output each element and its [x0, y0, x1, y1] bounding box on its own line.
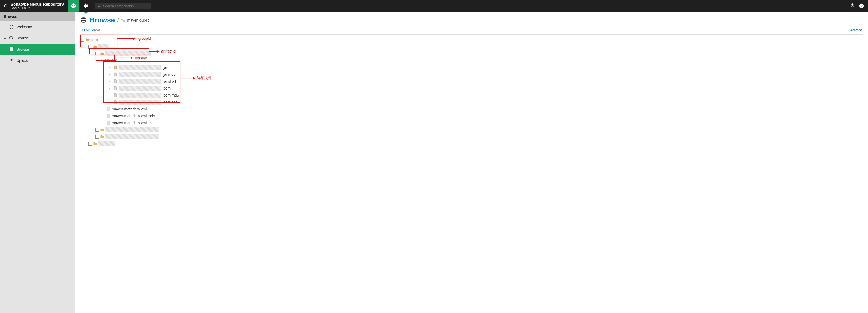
- database-icon: [9, 47, 14, 52]
- tree-label[interactable]: com: [91, 38, 98, 42]
- sidebar-item-browse[interactable]: Browse: [0, 44, 75, 55]
- redacted-label: [105, 128, 159, 132]
- redacted-label: [105, 134, 159, 139]
- tree-label[interactable]: maven-metadata.xml: [112, 107, 147, 111]
- gear-icon: [82, 3, 88, 9]
- database-icon: [80, 17, 87, 24]
- collapse-icon[interactable]: −: [88, 45, 92, 48]
- redacted-label: [105, 51, 151, 56]
- refresh-icon[interactable]: [850, 3, 855, 8]
- redacted-label: [119, 93, 161, 98]
- file-icon: [113, 72, 118, 76]
- folder-open-icon: [107, 58, 111, 63]
- tab-cube[interactable]: [67, 0, 79, 12]
- tree-label[interactable]: .jar.sha1: [162, 79, 177, 83]
- folder-open-icon: [85, 38, 90, 42]
- sidebar-item-label: Browse: [17, 47, 29, 51]
- tree-label[interactable]: .jar.md5: [162, 72, 176, 76]
- topbar: Sonatype Nexus Repository OSS 3.71.0-06: [0, 0, 868, 12]
- advanced-link[interactable]: Advanc: [850, 28, 863, 32]
- collapse-icon[interactable]: −: [81, 38, 84, 42]
- brand: Sonatype Nexus Repository OSS 3.71.0-06: [0, 0, 67, 12]
- cube-icon: [70, 3, 76, 9]
- svg-text:i: i: [108, 109, 108, 110]
- topbar-tabs: [67, 0, 91, 12]
- redacted-label: [119, 100, 161, 105]
- html-view-link[interactable]: HTML View: [81, 28, 100, 32]
- sidebar-item-label: Upload: [17, 58, 28, 63]
- tree-node-file[interactable]: │ ├ .jar.sha1: [81, 78, 863, 85]
- redacted-label: [119, 86, 161, 91]
- tree-node-file[interactable]: └ maven-metadata.xml.sha1: [81, 119, 863, 126]
- tree-label[interactable]: maven-metadata.xml.sha1: [112, 121, 156, 125]
- svg-rect-1: [123, 20, 125, 22]
- tree-node-com[interactable]: − com: [81, 36, 863, 43]
- tab-settings[interactable]: [79, 0, 91, 12]
- file-icon: [113, 93, 118, 97]
- sidebar-item-label: Search: [17, 36, 28, 40]
- repo-icon: [121, 18, 125, 23]
- redacted-label: [119, 72, 161, 77]
- folder-closed-icon: [100, 135, 104, 139]
- help-icon[interactable]: [859, 3, 864, 8]
- tree-node-file[interactable]: │ ├ i.pom: [81, 85, 863, 92]
- tree-label[interactable]: .pom: [162, 86, 170, 91]
- tree-label[interactable]: .jar: [162, 65, 167, 70]
- tree-node-file[interactable]: │ ├ .jar: [81, 64, 863, 71]
- expand-icon[interactable]: +: [95, 128, 99, 132]
- active-tab-arrow: [84, 12, 88, 14]
- tree-label[interactable]: 1.0: [112, 58, 117, 63]
- tree-node-collapsed[interactable]: +: [81, 133, 863, 140]
- crumb-repo[interactable]: maven-public: [121, 18, 149, 23]
- crumb-sep: /: [118, 18, 119, 23]
- search-box[interactable]: [95, 3, 151, 9]
- folder-open-icon: [93, 44, 97, 49]
- sidebar-item-search[interactable]: Search: [0, 33, 75, 44]
- crumb-browse[interactable]: Browse: [90, 16, 115, 24]
- brand-subtitle: OSS 3.71.0-06: [11, 6, 64, 10]
- tree-node-file[interactable]: │ └ .pom.sha1: [81, 99, 863, 106]
- tree-label[interactable]: .pom.sha1: [162, 100, 180, 104]
- tree-label[interactable]: maven-metadata.xml.md5: [112, 114, 155, 118]
- tree-node-file[interactable]: ├ maven-metadata.xml.md5: [81, 112, 863, 119]
- tree-node-file[interactable]: ├ imaven-metadata.xml: [81, 106, 863, 112]
- redacted-label: [98, 44, 109, 49]
- expand-icon[interactable]: +: [95, 135, 99, 139]
- hexagon-icon: [9, 25, 14, 29]
- file-icon: [113, 79, 118, 83]
- svg-text:i: i: [115, 88, 115, 90]
- tree-node-artifact[interactable]: −: [81, 50, 863, 57]
- collapse-icon[interactable]: −: [102, 59, 106, 62]
- file-icon: [113, 100, 118, 104]
- crumb-repo-label: maven-public: [127, 18, 149, 23]
- toolbar: HTML View Advanc: [80, 27, 863, 35]
- collapse-icon[interactable]: −: [95, 52, 99, 56]
- tree-node-version[interactable]: − 1.0: [81, 57, 863, 64]
- layout: Browse Welcome Search Browse Upload Brow…: [0, 12, 868, 313]
- jar-file-icon: [113, 65, 118, 70]
- xml-file-icon: i: [106, 107, 111, 111]
- tree-node-group[interactable]: −: [81, 43, 863, 50]
- folder-closed-icon: [93, 142, 97, 146]
- search-input[interactable]: [103, 4, 148, 8]
- redacted-label: [98, 141, 115, 146]
- search-icon: [97, 4, 101, 8]
- tree-label[interactable]: .pom.md5: [162, 93, 179, 97]
- tree-node-file[interactable]: │ ├ .jar.md5: [81, 71, 863, 78]
- brand-title: Sonatype Nexus Repository: [11, 2, 64, 6]
- breadcrumb: Browse / maven-public: [80, 14, 863, 27]
- file-icon: [106, 121, 111, 125]
- xml-file-icon: i: [113, 86, 118, 91]
- sidebar-item-welcome[interactable]: Welcome: [0, 21, 75, 33]
- search-wrap: [95, 0, 151, 12]
- expand-icon[interactable]: +: [88, 142, 92, 146]
- tree-node-collapsed[interactable]: +: [81, 126, 863, 133]
- folder-open-icon: [100, 51, 104, 56]
- tree-node-file[interactable]: │ ├ .pom.md5: [81, 92, 863, 99]
- sidebar-item-upload[interactable]: Upload: [0, 55, 75, 66]
- tree-node-collapsed[interactable]: +: [81, 140, 863, 147]
- redacted-label: [119, 79, 161, 84]
- search-icon: [9, 36, 14, 40]
- upload-icon: [9, 58, 14, 63]
- topbar-right: [846, 0, 868, 12]
